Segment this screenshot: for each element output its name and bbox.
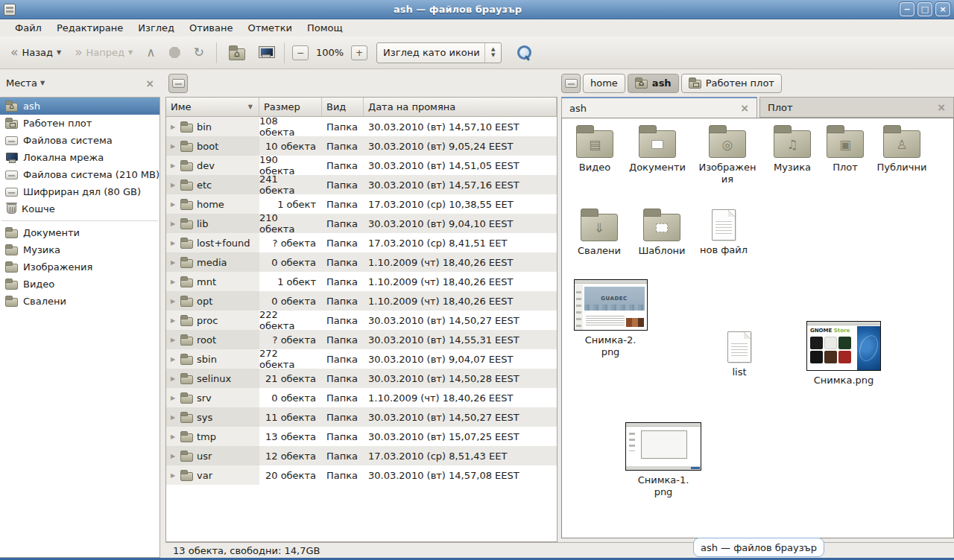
expander-icon[interactable]: ▶ <box>169 162 177 169</box>
table-row[interactable]: ▶ etc 241 обекта Папка 30.03.2010 (вт) 1… <box>166 175 557 194</box>
expander-icon[interactable]: ▶ <box>169 356 177 363</box>
breadcrumb-desktop[interactable]: Работен плот <box>681 74 782 93</box>
expander-icon[interactable]: ▶ <box>169 124 177 130</box>
table-row[interactable]: ▶ opt 0 обекта Папка 1.10.2009 (чт) 18,4… <box>166 291 557 311</box>
tab-ash[interactable]: ash × <box>561 97 757 118</box>
expander-icon[interactable]: ▶ <box>169 453 177 459</box>
folder-public[interactable]: ♙ Публични <box>871 124 933 174</box>
search-button[interactable] <box>512 42 536 64</box>
place-item[interactable]: Музика <box>0 241 159 258</box>
table-row[interactable]: ▶ boot 10 обекта Папка 30.03.2010 (вт) 9… <box>166 136 557 156</box>
place-item[interactable]: Файлова система <box>0 132 159 149</box>
place-item[interactable]: Видео <box>0 276 159 293</box>
table-row[interactable]: ▶ sys 11 обекта Папка 30.03.2010 (вт) 14… <box>166 407 557 427</box>
place-item[interactable]: ash <box>0 98 159 115</box>
reload-button[interactable]: ↻ <box>189 43 209 62</box>
expander-icon[interactable]: ▶ <box>169 143 177 150</box>
expander-icon[interactable]: ▶ <box>169 259 177 266</box>
place-item[interactable]: Работен плот <box>0 115 159 132</box>
expander-icon[interactable]: ▶ <box>169 298 177 305</box>
file-snimka[interactable]: GNOME Store Снимка.png <box>802 321 885 386</box>
titlebar[interactable]: ash — файлов браузър − □ × <box>0 0 954 19</box>
expander-icon[interactable]: ▶ <box>169 220 177 227</box>
close-button[interactable]: × <box>935 2 950 16</box>
expander-icon[interactable]: ▶ <box>169 472 177 479</box>
home-button[interactable] <box>224 42 250 63</box>
folder-documents[interactable]: Документи <box>625 124 690 174</box>
file-snimka2[interactable]: GUADEC Снимка-2.png <box>572 279 648 359</box>
breadcrumb-ash[interactable]: ash <box>628 74 679 93</box>
folder-images[interactable]: ◎ Изображения <box>696 124 759 186</box>
table-row[interactable]: ▶ mnt 1 обект Папка 1.10.2009 (чт) 18,40… <box>166 272 557 291</box>
table-row[interactable]: ▶ bin 108 обекта Папка 30.03.2010 (вт) 1… <box>166 117 557 136</box>
expander-icon[interactable]: ▶ <box>169 433 177 440</box>
file-new[interactable]: нов файл <box>693 206 754 256</box>
expander-icon[interactable]: ▶ <box>169 182 177 188</box>
place-item[interactable]: Документи <box>0 224 159 241</box>
expander-icon[interactable]: ▶ <box>169 279 177 285</box>
menu-item[interactable]: Отметки <box>240 21 299 35</box>
expander-icon[interactable]: ▶ <box>169 395 177 401</box>
expander-icon[interactable]: ▶ <box>169 240 177 246</box>
menu-item[interactable]: Редактиране <box>49 21 130 35</box>
column-header-size[interactable]: Размер <box>259 98 322 116</box>
table-row[interactable]: ▶ root ? обекта Папка 30.03.2010 (вт) 14… <box>166 330 557 349</box>
expander-icon[interactable]: ▶ <box>169 337 177 343</box>
places-selector[interactable]: Места ▼ <box>6 77 45 89</box>
breadcrumb-root-button[interactable] <box>561 74 581 93</box>
root-location-button[interactable] <box>168 74 188 93</box>
menu-item[interactable]: Изглед <box>130 21 182 35</box>
table-row[interactable]: ▶ media 0 обекта Папка 1.10.2009 (чт) 18… <box>166 252 557 272</box>
breadcrumb-home[interactable]: home <box>583 74 625 93</box>
column-header-name[interactable]: Име ▼ <box>166 98 259 116</box>
tab-plot[interactable]: Плот × <box>759 97 954 118</box>
table-row[interactable]: ▶ usr 12 обекта Папка 17.03.2010 (ср) 8,… <box>166 446 557 465</box>
folder-music[interactable]: ♫ Музика <box>765 124 820 174</box>
view-mode-select[interactable]: Изглед като икони ▲▼ <box>376 42 502 63</box>
back-dropdown-icon[interactable]: ▼ <box>57 49 61 56</box>
sidebar-splitter[interactable] <box>160 69 165 558</box>
expander-icon[interactable]: ▶ <box>169 317 177 324</box>
folder-desktop[interactable]: ▣ Плот <box>821 124 869 174</box>
table-row[interactable]: ▶ home 1 обект Папка 17.03.2010 (ср) 10,… <box>166 194 557 214</box>
table-row[interactable]: ▶ var 20 обекта Папка 30.03.2010 (вт) 14… <box>166 465 557 485</box>
place-item[interactable]: Файлова система (210 MB) <box>0 166 159 183</box>
menu-item[interactable]: Отиване <box>182 21 240 35</box>
taskbar-window-button[interactable]: ash — файлов браузър <box>693 538 824 557</box>
table-row[interactable]: ▶ dev 190 обекта Папка 30.03.2010 (вт) 1… <box>166 156 557 175</box>
menu-item[interactable]: Помощ <box>300 21 350 35</box>
sidebar-close-icon[interactable]: × <box>145 78 154 89</box>
table-row[interactable]: ▶ lib 210 обекта Папка 30.03.2010 (вт) 9… <box>166 214 557 233</box>
place-item[interactable]: Свалени <box>0 293 159 310</box>
folder-templates[interactable]: Шаблони <box>632 208 692 257</box>
file-snimka1[interactable]: Снимка-1.png <box>622 422 705 499</box>
table-row[interactable]: ▶ proc 222 обекта Папка 30.03.2010 (вт) … <box>166 311 557 330</box>
column-header-type[interactable]: Вид <box>322 98 364 116</box>
place-item[interactable]: Локална мрежа <box>0 149 159 166</box>
table-row[interactable]: ▶ sbin 272 обекта Папка 30.03.2010 (вт) … <box>166 349 557 369</box>
place-item[interactable]: Изображения <box>0 258 159 276</box>
table-row[interactable]: ▶ lost+found ? обекта Папка 17.03.2010 (… <box>166 233 557 252</box>
tab-close-icon[interactable]: × <box>937 102 946 112</box>
zoom-out-button[interactable]: − <box>292 45 309 60</box>
tab-close-icon[interactable]: × <box>740 103 749 113</box>
table-row[interactable]: ▶ tmp 13 обекта Папка 30.03.2010 (вт) 15… <box>166 427 557 446</box>
computer-button[interactable] <box>254 44 277 61</box>
expander-icon[interactable]: ▶ <box>169 414 177 421</box>
zoom-in-button[interactable]: + <box>351 45 367 60</box>
view-mode-spin-icon[interactable]: ▲▼ <box>484 43 501 63</box>
place-item[interactable]: Кошче <box>0 200 159 217</box>
menu-item[interactable]: Файл <box>7 21 49 35</box>
column-header-date[interactable]: Дата на промяна <box>364 98 557 116</box>
folder-video[interactable]: ▤ Видео <box>565 124 625 174</box>
expander-icon[interactable]: ▶ <box>169 201 177 208</box>
place-item[interactable]: Шифриран дял (80 GB) <box>0 183 159 200</box>
folder-downloads[interactable]: ⇓ Свалени <box>569 208 629 257</box>
stop-button[interactable] <box>165 44 185 61</box>
table-row[interactable]: ▶ srv 0 обекта Папка 1.10.2009 (чт) 18,4… <box>166 388 557 407</box>
file-list[interactable]: list <box>716 328 763 378</box>
icon-canvas[interactable]: ▤ Видео Документи ◎ Изображения ♫ <box>561 118 954 538</box>
maximize-button[interactable]: □ <box>917 2 932 16</box>
expander-icon[interactable]: ▶ <box>169 375 177 382</box>
table-row[interactable]: ▶ selinux 21 обекта Папка 30.03.2010 (вт… <box>166 369 557 388</box>
